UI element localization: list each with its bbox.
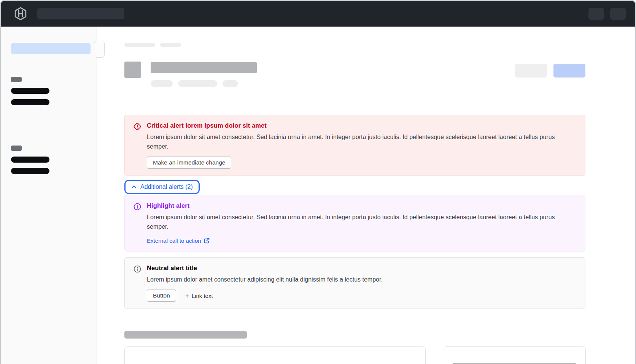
app-window: Critical alert lorem ipsum dolor sit ame… [0,0,636,364]
info-circle-icon [133,203,142,211]
cards-row [124,346,635,364]
sidebar-item-placeholder[interactable] [11,168,49,174]
page-badge-placeholder [178,80,217,87]
topbar-actions [588,8,626,20]
link-text-link[interactable]: + Link text [185,293,213,299]
main-content: Critical alert lorem ipsum dolor sit ame… [97,27,635,364]
highlight-alert: Highlight alert Lorem ipsum dolor sit am… [124,195,585,252]
alert-diamond-icon [133,122,142,131]
breadcrumb [124,43,635,47]
sidebar-nav-group-1 [11,77,97,105]
info-circle-icon [133,265,142,273]
topbar-action-placeholder-2[interactable] [610,8,626,20]
search-placeholder[interactable] [37,8,124,19]
breadcrumb-item-placeholder[interactable] [124,43,155,47]
neutral-alert-title: Neutral alert title [147,264,577,272]
breadcrumb-item-placeholder[interactable] [160,43,181,47]
highlight-alert-title: Highlight alert [147,202,577,209]
critical-alert-body: Lorem ipsum dolor sit amet consectetur. … [147,132,577,151]
content-card [124,346,426,364]
sidebar-group-label-placeholder [11,77,22,82]
plus-icon: + [185,293,189,299]
immediate-change-button[interactable]: Make an immediate change [147,157,231,169]
header-secondary-button-placeholder[interactable] [515,64,547,78]
sidebar [1,27,97,364]
external-link-icon [204,238,210,244]
page-badge-placeholder [151,80,173,87]
sidebar-item-placeholder[interactable] [11,88,49,94]
external-cta-link[interactable]: External call to action [147,237,210,244]
sidebar-flyout-notch[interactable] [94,41,105,58]
page-title-placeholder [151,62,257,73]
additional-alerts-toggle-label: Additional alerts (2) [140,184,193,190]
highlight-alert-body: Lorem ipsum dolor sit amet consectetur. … [147,212,577,231]
topbar-action-placeholder-1[interactable] [588,8,604,20]
page-badge-placeholder [223,80,238,87]
page-icon-placeholder [124,62,141,78]
content-card [443,346,586,364]
section-title-placeholder [124,331,247,339]
additional-alerts-toggle[interactable]: Additional alerts (2) [124,180,200,194]
sidebar-item-placeholder[interactable] [11,99,49,105]
page-header [124,62,585,87]
external-cta-label: External call to action [147,237,201,244]
neutral-alert-button[interactable]: Button [147,290,176,302]
sidebar-group-label-placeholder [11,146,22,151]
sidebar-nav-group-2 [11,146,97,174]
chevron-up-icon [131,184,137,190]
neutral-alert-body: Lorem ipsum dolor amet consectetur adipi… [147,275,577,284]
neutral-alert: Neutral alert title Lorem ipsum dolor am… [124,257,585,309]
critical-alert-title: Critical alert lorem ipsum dolor sit ame… [147,122,577,129]
link-text-label: Link text [192,293,213,299]
header-primary-button-placeholder[interactable] [553,64,585,78]
sidebar-item-placeholder[interactable] [11,157,49,163]
critical-alert: Critical alert lorem ipsum dolor sit ame… [124,115,585,176]
topbar [1,1,635,27]
hashicorp-logo-icon[interactable] [14,7,27,21]
sidebar-active-item-placeholder[interactable] [11,43,91,54]
